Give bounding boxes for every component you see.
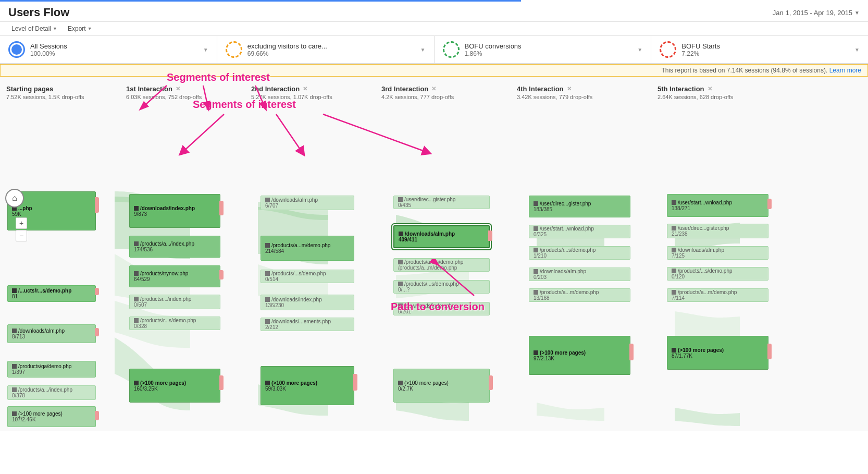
segment-bofu-conversions[interactable]: BOFU conversions 1.86% ▼ bbox=[435, 36, 652, 63]
segments-bar: All Sessions 100.00% ▼ excluding visitor… bbox=[0, 36, 868, 64]
segment-name-all-sessions: All Sessions bbox=[30, 42, 198, 50]
col-close-4th-icon[interactable]: ✕ bbox=[567, 86, 572, 92]
col-title-3rd: 3rd Interaction ✕ bbox=[381, 83, 513, 94]
home-nav-node[interactable]: ⌂ bbox=[5, 189, 24, 208]
node-dropoff-starting-1 bbox=[95, 288, 99, 295]
node-label-2nd-3: /downloads/index.php bbox=[271, 297, 322, 302]
node-label-2nd-0: /downloads/alm.php bbox=[271, 197, 318, 203]
node-starting-5[interactable]: (>100 more pages) 107/2.46K bbox=[7, 406, 96, 427]
segment-name-bofu-starts: BOFU Starts bbox=[681, 42, 849, 50]
learn-more-link[interactable]: Learn more bbox=[829, 67, 861, 74]
node-4th-3[interactable]: /downloads/alm.php 0/203 bbox=[529, 268, 630, 281]
svg-line-2 bbox=[323, 114, 427, 152]
home-icon: ⌂ bbox=[12, 193, 17, 203]
export-button[interactable]: Export ▼ bbox=[65, 24, 95, 33]
node-dropoff-5th-5 bbox=[767, 344, 772, 359]
node-1st-0[interactable]: /downloads/index.php 9/873 bbox=[129, 194, 220, 228]
node-starting-4[interactable]: /products/a.../index.php 0/378 bbox=[7, 385, 96, 400]
node-4th-5[interactable]: (>100 more pages) 97/2.13K bbox=[529, 336, 630, 375]
node-label-2nd-1: /products/a...m/demo.php bbox=[271, 242, 330, 248]
node-dropoff-5th-0 bbox=[767, 199, 772, 209]
node-val-4th-3: 0/203 bbox=[534, 274, 626, 280]
node-2nd-2[interactable]: /products/...s/demo.php 0/514 bbox=[261, 270, 354, 283]
node-2nd-0[interactable]: /downloads/alm.php 6/707 bbox=[261, 196, 354, 210]
node-4th-0[interactable]: /user/direc...gister.php 183/385 bbox=[529, 196, 630, 217]
node-2nd-3[interactable]: /downloads/index.php 136/230 bbox=[261, 295, 354, 310]
node-icon bbox=[672, 290, 676, 295]
node-icon bbox=[12, 364, 17, 369]
node-2nd-5[interactable]: (>100 more pages) 59/3.03K bbox=[261, 366, 354, 405]
node-5th-4[interactable]: /products/a...m/demo.php 7/114 bbox=[667, 288, 768, 302]
node-label-3rd-4: /downloads/index.php bbox=[404, 303, 455, 309]
node-starting-3[interactable]: /products/qa/demo.php 1/397 bbox=[7, 361, 96, 378]
col-header-3rd: 3rd Interaction ✕ 4.2K sessions, 777 dro… bbox=[379, 83, 515, 100]
node-5th-2[interactable]: /downloads/alm.php 7/125 bbox=[667, 246, 768, 260]
node-val-starting-0: 59K bbox=[12, 211, 91, 217]
col-close-2nd-icon[interactable]: ✕ bbox=[303, 86, 307, 92]
node-4th-4[interactable]: /products/a...m/demo.php 13/168 bbox=[529, 288, 630, 302]
node-1st-3[interactable]: /productsr.../index.php 0/507 bbox=[129, 295, 220, 309]
node-icon bbox=[134, 381, 139, 385]
node-icon bbox=[265, 198, 270, 202]
node-val-1st-3: 0/507 bbox=[134, 302, 216, 308]
col-close-1st-icon[interactable]: ✕ bbox=[176, 86, 180, 92]
col-title-5th: 5th Interaction ✕ bbox=[658, 83, 862, 94]
node-icon bbox=[398, 381, 403, 385]
segment-chevron-all-sessions-icon: ▼ bbox=[203, 47, 208, 53]
node-1st-5[interactable]: (>100 more pages) 160/3.25K bbox=[129, 369, 220, 403]
segment-label-excluding-visitors: excluding visitors to care... 69.66% bbox=[247, 42, 415, 57]
node-label-starting-1: /...ucts/r...s/demo.php bbox=[18, 288, 71, 294]
node-icon bbox=[12, 288, 17, 293]
col-subtitle-1st: 6.03K sessions, 752 drop-offs bbox=[126, 94, 247, 100]
node-3rd-1-highlighted[interactable]: /downloads/alm.php 409/411 bbox=[393, 225, 490, 248]
node-icon bbox=[399, 232, 403, 236]
node-4th-2[interactable]: /products/r...s/demo.php 1/210 bbox=[529, 246, 630, 260]
node-3rd-2[interactable]: /products/a...m/demo.php /products/a...m… bbox=[393, 258, 490, 272]
node-icon bbox=[672, 348, 676, 353]
segment-icon-all-sessions bbox=[8, 41, 25, 58]
node-2nd-1[interactable]: /products/a...m/demo.php 214/584 bbox=[261, 236, 354, 261]
node-3rd-3[interactable]: /products/...s/demo.php 0/...? bbox=[393, 280, 490, 294]
node-icon bbox=[134, 206, 139, 211]
zoom-out-button[interactable]: − bbox=[16, 230, 27, 241]
node-5th-3[interactable]: /products/...s/demo.php 0/120 bbox=[667, 267, 768, 281]
node-1st-1[interactable]: /products/a.../index.php 174/536 bbox=[129, 236, 220, 258]
col-close-5th-icon[interactable]: ✕ bbox=[708, 86, 712, 92]
node-1st-2[interactable]: /products/trynow.php 64/529 bbox=[129, 265, 220, 287]
node-label-4th-0: /user/direc...gister.php bbox=[540, 201, 591, 206]
node-val-2nd-3: 136/230 bbox=[265, 302, 350, 308]
export-label: Export bbox=[68, 25, 86, 32]
notice-bar: This report is based on 7.14K sessions (… bbox=[0, 64, 868, 77]
node-5th-0[interactable]: /user/start...wnload.php 138/271 bbox=[667, 194, 768, 217]
date-range-selector[interactable]: Jan 1, 2015 - Apr 19, 2015 ▼ bbox=[773, 9, 860, 17]
col-header-2nd: 2nd Interaction ✕ 5.27K sessions, 1.07K … bbox=[249, 83, 379, 100]
node-1st-4[interactable]: /products/r...s/demo.php 0/328 bbox=[129, 317, 220, 330]
node-val-3rd-4: 0/201 bbox=[398, 309, 485, 314]
node-3rd-4[interactable]: /downloads/index.php 0/201 bbox=[393, 302, 490, 315]
node-label-1st-0: /downloads/index.php bbox=[140, 205, 195, 211]
segment-chevron-bofu-starts-icon: ▼ bbox=[854, 47, 860, 53]
segment-all-sessions[interactable]: All Sessions 100.00% ▼ bbox=[0, 36, 217, 63]
segment-excluding-visitors[interactable]: excluding visitors to care... 69.66% ▼ bbox=[217, 36, 435, 63]
level-of-detail-button[interactable]: Level of Detail ▼ bbox=[8, 24, 60, 33]
page-title: Users Flow bbox=[8, 6, 69, 19]
zoom-in-button[interactable]: + bbox=[16, 217, 27, 229]
node-3rd-0[interactable]: /user/direc...gister.php 0/435 bbox=[393, 196, 490, 209]
zoom-controls: + − bbox=[16, 217, 27, 241]
node-4th-1[interactable]: /user/start...wnload.php 0/325 bbox=[529, 225, 630, 238]
node-label-2nd-5: (>100 more pages) bbox=[271, 380, 317, 386]
node-dropoff-2nd-5 bbox=[353, 374, 357, 391]
node-3rd-5[interactable]: (>100 more pages) 0/2.7K bbox=[393, 369, 490, 403]
node-starting-2[interactable]: /downloads/alm.php 8/713 bbox=[7, 324, 96, 343]
col-close-3rd-icon[interactable]: ✕ bbox=[431, 86, 436, 92]
segment-bofu-starts[interactable]: BOFU Starts 7.22% ▼ bbox=[651, 36, 868, 63]
node-5th-1[interactable]: /user/direc...gister.php 21/238 bbox=[667, 224, 768, 238]
column-headers-row: Starting pages 7.52K sessions, 1.5K drop… bbox=[0, 83, 868, 100]
node-5th-5[interactable]: (>100 more pages) 87/1.77K bbox=[667, 336, 768, 370]
node-label-4th-5: (>100 more pages) bbox=[540, 350, 586, 356]
col-title-2nd: 2nd Interaction ✕ bbox=[251, 83, 377, 94]
node-label-starting-2: /downloads/alm.php bbox=[18, 328, 65, 334]
node-starting-1[interactable]: /...ucts/r...s/demo.php 81 bbox=[7, 285, 96, 302]
segment-pct-bofu-conversions: 1.86% bbox=[465, 50, 633, 57]
node-2nd-4[interactable]: /downloads/...ements.php 2/212 bbox=[261, 318, 354, 331]
